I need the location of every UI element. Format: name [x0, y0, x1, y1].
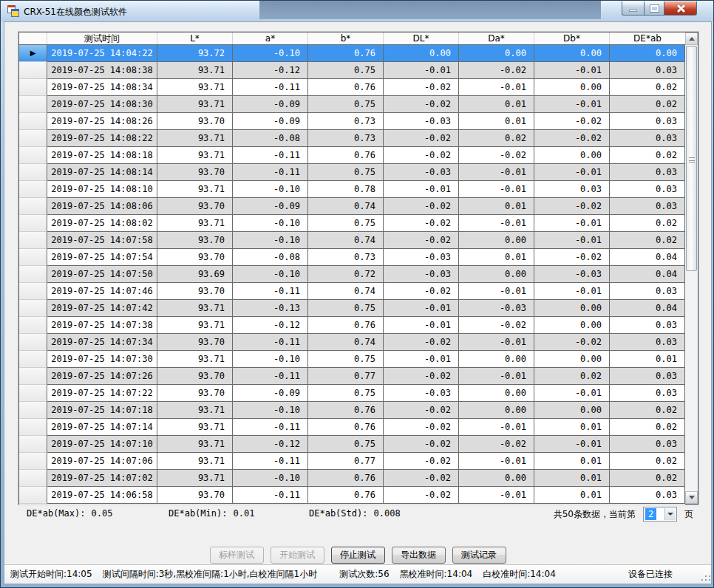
- grid-cell[interactable]: 0.01: [459, 198, 534, 215]
- grid-cell[interactable]: -0.11: [233, 79, 308, 96]
- grid-cell[interactable]: -0.02: [459, 317, 534, 334]
- grid-cell[interactable]: 0.01: [459, 96, 534, 113]
- table-row[interactable]: 2019-07-25 14:08:1893.71-0.110.76-0.02-0…: [19, 147, 685, 164]
- row-selector[interactable]: [19, 164, 47, 181]
- grid-cell[interactable]: 93.71: [157, 62, 233, 79]
- grid-cell[interactable]: -0.02: [384, 232, 459, 249]
- grid-cell[interactable]: 0.03: [610, 436, 685, 453]
- grid-cell[interactable]: 0.75: [308, 436, 384, 453]
- table-row[interactable]: 2019-07-25 14:07:4693.70-0.110.74-0.02-0…: [19, 283, 685, 300]
- row-selector[interactable]: [19, 113, 47, 130]
- grid-cell[interactable]: 0.76: [308, 45, 384, 62]
- grid-cell[interactable]: -0.11: [233, 147, 308, 164]
- grid-cell[interactable]: 0.00: [459, 232, 534, 249]
- grid-cell[interactable]: -0.10: [233, 232, 308, 249]
- row-selector[interactable]: [19, 385, 47, 402]
- grid-cell[interactable]: 0.02: [610, 215, 685, 232]
- grid-cell[interactable]: 93.70: [157, 334, 233, 351]
- table-row[interactable]: 2019-07-25 14:07:3093.71-0.100.75-0.010.…: [19, 351, 685, 368]
- grid-cell[interactable]: 93.71: [157, 79, 233, 96]
- table-row[interactable]: 2019-07-25 14:08:2293.71-0.080.73-0.020.…: [19, 130, 685, 147]
- grid-cell[interactable]: 0.78: [308, 181, 384, 198]
- grid-cell[interactable]: -0.02: [384, 96, 459, 113]
- table-row[interactable]: 2019-07-25 14:07:5893.70-0.100.74-0.020.…: [19, 232, 685, 249]
- grid-cell[interactable]: -0.03: [534, 266, 610, 283]
- grid-cell[interactable]: 93.72: [157, 45, 233, 62]
- grid-cell[interactable]: 93.70: [157, 368, 233, 385]
- grid-cell[interactable]: -0.02: [534, 334, 610, 351]
- grid-cell[interactable]: 93.71: [157, 351, 233, 368]
- grid-cell[interactable]: -0.10: [233, 351, 308, 368]
- grid-cell[interactable]: 2019-07-25 14:07:38: [47, 317, 157, 334]
- grid-cell[interactable]: 0.76: [308, 147, 384, 164]
- grid-cell[interactable]: 2019-07-25 14:07:10: [47, 436, 157, 453]
- grid-cell[interactable]: 0.00: [534, 45, 610, 62]
- grid-cell[interactable]: 2019-07-25 14:07:18: [47, 402, 157, 419]
- grid-cell[interactable]: 0.76: [308, 470, 384, 487]
- grid-cell[interactable]: 0.73: [308, 249, 384, 266]
- grid-cell[interactable]: 2019-07-25 14:07:34: [47, 334, 157, 351]
- grid-cell[interactable]: -0.01: [534, 385, 610, 402]
- grid-cell[interactable]: -0.09: [233, 113, 308, 130]
- column-header-Da[interactable]: Da*: [459, 33, 534, 44]
- grid-cell[interactable]: 0.74: [308, 198, 384, 215]
- grid-cell[interactable]: -0.10: [233, 402, 308, 419]
- grid-cell[interactable]: 0.00: [459, 351, 534, 368]
- row-selector[interactable]: [19, 317, 47, 334]
- grid-cell[interactable]: 0.02: [610, 147, 685, 164]
- grid-cell[interactable]: 2019-07-25 14:08:14: [47, 164, 157, 181]
- grid-cell[interactable]: 2019-07-25 14:07:30: [47, 351, 157, 368]
- table-row[interactable]: 2019-07-25 14:08:0693.70-0.090.74-0.020.…: [19, 198, 685, 215]
- grid-cell[interactable]: -0.01: [534, 436, 610, 453]
- grid-cell[interactable]: 2019-07-25 14:08:02: [47, 215, 157, 232]
- row-selector[interactable]: [19, 198, 47, 215]
- grid-cell[interactable]: -0.02: [384, 453, 459, 470]
- grid-cell[interactable]: 2019-07-25 14:08:30: [47, 96, 157, 113]
- grid-cell[interactable]: -0.01: [534, 164, 610, 181]
- table-row[interactable]: 2019-07-25 14:07:0693.71-0.110.77-0.02-0…: [19, 453, 685, 470]
- grid-cell[interactable]: 0.00: [459, 266, 534, 283]
- grid-cell[interactable]: 0.00: [459, 470, 534, 487]
- table-row[interactable]: 2019-07-25 14:07:4293.71-0.130.75-0.01-0…: [19, 300, 685, 317]
- grid-cell[interactable]: -0.02: [384, 402, 459, 419]
- table-row[interactable]: 2019-07-25 14:08:1493.70-0.110.75-0.03-0…: [19, 164, 685, 181]
- grid-cell[interactable]: -0.02: [384, 368, 459, 385]
- grid-cell[interactable]: -0.03: [384, 266, 459, 283]
- row-selector[interactable]: [19, 419, 47, 436]
- row-selector[interactable]: [19, 96, 47, 113]
- grid-cell[interactable]: -0.11: [233, 419, 308, 436]
- grid-cell[interactable]: 2019-07-25 14:08:34: [47, 79, 157, 96]
- grid-cell[interactable]: 0.01: [534, 487, 610, 504]
- stop-test-button[interactable]: 停止测试: [331, 547, 385, 564]
- titlebar[interactable]: CRX-51在线颜色测试软件: [1, 1, 713, 21]
- grid-cell[interactable]: -0.01: [459, 283, 534, 300]
- grid-cell[interactable]: -0.03: [459, 300, 534, 317]
- grid-cell[interactable]: 0.03: [610, 62, 685, 79]
- grid-cell[interactable]: -0.01: [534, 62, 610, 79]
- grid-cell[interactable]: 2019-07-25 14:08:22: [47, 130, 157, 147]
- grid-cell[interactable]: -0.03: [384, 249, 459, 266]
- grid-cell[interactable]: 0.02: [610, 79, 685, 96]
- grid-cell[interactable]: 2019-07-25 14:08:10: [47, 181, 157, 198]
- grid-cell[interactable]: 0.76: [308, 402, 384, 419]
- row-selector[interactable]: [19, 249, 47, 266]
- grid-cell[interactable]: 0.01: [610, 351, 685, 368]
- table-row[interactable]: 2019-07-25 14:07:1093.71-0.120.75-0.02-0…: [19, 436, 685, 453]
- grid-cell[interactable]: 93.70: [157, 164, 233, 181]
- row-selector[interactable]: [19, 436, 47, 453]
- table-row[interactable]: 2019-07-25 14:07:2693.70-0.110.77-0.02-0…: [19, 368, 685, 385]
- grid-cell[interactable]: -0.10: [233, 470, 308, 487]
- grid-cell[interactable]: 2019-07-25 14:08:26: [47, 113, 157, 130]
- grid-cell[interactable]: 0.00: [459, 385, 534, 402]
- grid-cell[interactable]: 0.02: [610, 453, 685, 470]
- grid-cell[interactable]: 0.02: [610, 96, 685, 113]
- grid-cell[interactable]: 0.74: [308, 334, 384, 351]
- grid-cell[interactable]: 0.00: [534, 79, 610, 96]
- row-selector[interactable]: [19, 351, 47, 368]
- grid-cell[interactable]: -0.08: [233, 130, 308, 147]
- grid-cell[interactable]: -0.10: [233, 181, 308, 198]
- row-selector[interactable]: [19, 334, 47, 351]
- grid-cell[interactable]: -0.01: [459, 79, 534, 96]
- grid-cell[interactable]: 0.03: [610, 198, 685, 215]
- grid-cell[interactable]: 2019-07-25 14:06:58: [47, 487, 157, 504]
